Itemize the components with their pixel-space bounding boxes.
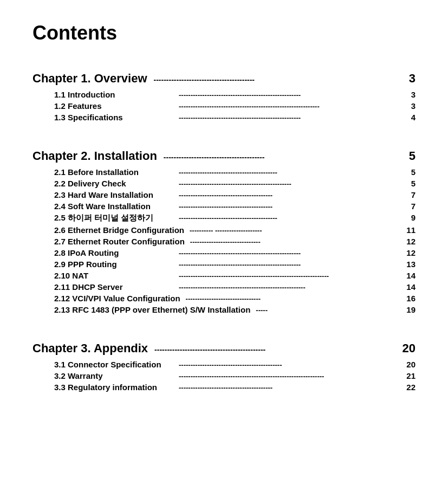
entry-2-10-label: 2.10 NAT [54, 271, 173, 280]
chapter2-dots: ---------------------------------------- [164, 153, 393, 161]
entry-1-1-label: 1.1 Introduction [54, 90, 173, 99]
entry-2-11-page: 14 [399, 282, 415, 292]
entry-2-4: 2.4 Soft Ware Installation--------------… [33, 202, 415, 211]
entry-3-3-dots: ---------------------------------------- [179, 384, 394, 392]
chapter1-label: Chapter 1. Overview [33, 72, 147, 86]
entry-2-13-dots: ----- [256, 306, 394, 314]
entry-2-11: 2.11 DHCP Server------------------------… [33, 282, 415, 292]
entry-2-6: 2.6 Ethernet Bridge Configuration-------… [33, 225, 415, 235]
entry-3-2-dots: ----------------------------------------… [179, 372, 394, 380]
entry-3-3-page: 22 [399, 383, 415, 392]
entry-3-3: 3.3 Regulatory information--------------… [33, 383, 415, 392]
entry-2-3: 2.3 Hard Ware Installation--------------… [33, 190, 415, 199]
entry-2-3-page: 7 [399, 190, 415, 199]
entry-2-2-label: 2.2 Delivery Check [54, 179, 173, 188]
entry-2-2-dots: ----------------------------------------… [179, 180, 394, 188]
entry-2-12-page: 16 [399, 294, 415, 303]
chapter3: Chapter 3. Appendix---------------------… [33, 341, 415, 392]
entry-2-9: 2.9 PPP Routing-------------------------… [33, 260, 415, 269]
entry-2-2: 2.2 Delivery Check----------------------… [33, 179, 415, 188]
entry-2-8-page: 12 [399, 248, 415, 257]
entry-2-1-label: 2.1 Before Installation [54, 167, 173, 177]
entry-1-3-label: 1.3 Specifications [54, 113, 173, 122]
entry-1-1-dots: ----------------------------------------… [179, 91, 394, 99]
chapter2: Chapter 2. Installation-----------------… [33, 149, 415, 314]
entry-1-3-page: 4 [399, 113, 415, 122]
entry-2-2-page: 5 [399, 179, 415, 188]
entry-1-1-page: 3 [399, 90, 415, 99]
chapter3-label: Chapter 3. Appendix [33, 341, 148, 355]
entry-2-13: 2.13 RFC 1483 (PPP over Ethernet) S/W In… [33, 305, 415, 314]
entry-2-3-dots: ---------------------------------------- [179, 191, 394, 199]
entry-2-12-label: 2.12 VCI/VPI Value Configuration [54, 294, 180, 303]
chapter1-heading: Chapter 1. Overview---------------------… [33, 72, 415, 86]
entry-2-6-dots: ---------- -------------------- [190, 227, 394, 235]
entry-2-10-page: 14 [399, 271, 415, 280]
entry-2-5: 2.5 하이퍼 터미널 설정하기------------------------… [33, 213, 415, 223]
entry-3-3-label: 3.3 Regulatory information [54, 383, 173, 392]
chapter1-page: 3 [399, 72, 415, 86]
entry-3-2-label: 3.2 Warranty [54, 371, 173, 380]
entry-2-11-label: 2.11 DHCP Server [54, 282, 173, 292]
entry-2-8: 2.8 IPoA Routing------------------------… [33, 248, 415, 257]
entry-2-9-label: 2.9 PPP Routing [54, 260, 173, 269]
entry-1-3-dots: ----------------------------------------… [179, 114, 394, 122]
entry-2-1: 2.1 Before Installation-----------------… [33, 167, 415, 177]
entry-3-1-label: 3.1 Connector Specification [54, 360, 173, 369]
entry-1-1: 1.1 Introduction------------------------… [33, 90, 415, 99]
entry-1-2-label: 1.2 Features [54, 101, 173, 111]
entry-2-6-page: 11 [399, 225, 415, 235]
entry-3-1: 3.1 Connector Specification-------------… [33, 360, 415, 369]
chapter2-label: Chapter 2. Installation [33, 149, 157, 163]
entry-2-1-dots: ----------------------------------------… [179, 169, 394, 177]
entry-2-10: 2.10 NAT--------------------------------… [33, 271, 415, 280]
entry-2-8-label: 2.8 IPoA Routing [54, 248, 173, 257]
entry-1-2-page: 3 [399, 101, 415, 111]
entry-2-7-label: 2.7 Ethernet Router Configuration [54, 237, 185, 246]
chapter2-page: 5 [399, 149, 415, 163]
entry-2-8-dots: ----------------------------------------… [179, 249, 394, 257]
chapter1: Chapter 1. Overview---------------------… [33, 72, 415, 122]
entry-2-13-label: 2.13 RFC 1483 (PPP over Ethernet) S/W In… [54, 305, 250, 314]
entry-2-5-dots: ----------------------------------------… [179, 214, 394, 222]
chapter3-heading: Chapter 3. Appendix---------------------… [33, 341, 415, 355]
entry-2-7-dots: ------------------------------ [190, 238, 394, 246]
entry-2-4-dots: ---------------------------------------- [179, 203, 394, 211]
entry-3-2: 3.2 Warranty----------------------------… [33, 371, 415, 380]
entry-2-9-page: 13 [399, 260, 415, 269]
entry-2-6-label: 2.6 Ethernet Bridge Configuration [54, 225, 184, 235]
entry-2-5-label: 2.5 하이퍼 터미널 설정하기 [54, 213, 173, 223]
entry-1-2-dots: ----------------------------------------… [179, 102, 394, 111]
entry-2-10-dots: ----------------------------------------… [179, 272, 394, 280]
chapter1-dots: ---------------------------------------- [154, 75, 393, 84]
entry-2-5-page: 9 [399, 213, 415, 222]
entry-2-9-dots: ----------------------------------------… [179, 261, 394, 269]
chapter3-dots: ----------------------------------------… [154, 345, 393, 354]
entry-2-13-page: 19 [399, 305, 415, 314]
entry-2-4-page: 7 [399, 202, 415, 211]
entry-3-2-page: 21 [399, 371, 415, 380]
entry-1-2: 1.2 Features----------------------------… [33, 101, 415, 111]
entry-2-11-dots: ----------------------------------------… [179, 283, 394, 292]
entry-2-3-label: 2.3 Hard Ware Installation [54, 190, 173, 199]
entry-2-12-dots: -------------------------------- [186, 295, 394, 303]
chapter3-page: 20 [399, 341, 415, 355]
entry-2-7-page: 12 [399, 237, 415, 246]
toc-container: Chapter 1. Overview---------------------… [33, 61, 415, 392]
chapter2-heading: Chapter 2. Installation-----------------… [33, 149, 415, 163]
entry-2-1-page: 5 [399, 167, 415, 177]
entry-3-1-dots: ----------------------------------------… [179, 361, 394, 369]
entry-1-3: 1.3 Specifications----------------------… [33, 113, 415, 122]
entry-2-4-label: 2.4 Soft Ware Installation [54, 202, 173, 211]
entry-2-12: 2.12 VCI/VPI Value Configuration--------… [33, 294, 415, 303]
entry-3-1-page: 20 [399, 360, 415, 369]
entry-2-7: 2.7 Ethernet Router Configuration-------… [33, 237, 415, 246]
page-title: Contents [33, 22, 415, 44]
